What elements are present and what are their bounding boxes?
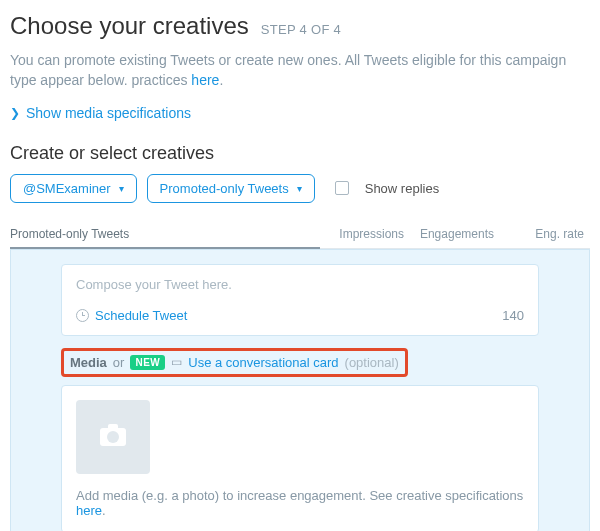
media-spec-label: Show media specifications [26, 105, 191, 121]
intro-text: You can promote existing Tweets or creat… [10, 50, 590, 91]
or-text: or [113, 355, 125, 370]
tweet-type-selector[interactable]: Promoted-only Tweets ▾ [147, 174, 315, 203]
conversational-card-link[interactable]: Use a conversational card [188, 355, 338, 370]
composer-area: Compose your Tweet here. Schedule Tweet … [10, 249, 590, 531]
account-selector[interactable]: @SMExaminer ▾ [10, 174, 137, 203]
filter-row: @SMExaminer ▾ Promoted-only Tweets ▾ Sho… [10, 174, 590, 203]
media-tab[interactable]: Media [70, 355, 107, 370]
media-row-highlight: Media or NEW ▭ Use a conversational card… [61, 348, 408, 377]
schedule-tweet-button[interactable]: Schedule Tweet [76, 308, 187, 323]
tweet-type-label: Promoted-only Tweets [160, 181, 289, 196]
intro-prefix: You can promote existing Tweets or creat… [10, 52, 566, 88]
show-replies-label: Show replies [365, 181, 439, 196]
col-impressions: Impressions [320, 227, 410, 241]
optional-text: (optional) [345, 355, 399, 370]
chevron-down-icon: ▾ [119, 183, 124, 194]
add-media-button[interactable] [76, 400, 150, 474]
show-replies-checkbox[interactable] [335, 181, 349, 195]
column-headers: Promoted-only Tweets Impressions Engagem… [10, 221, 590, 249]
col-engagements: Engagements [410, 227, 500, 241]
account-selector-label: @SMExaminer [23, 181, 111, 196]
page-title: Choose your creatives [10, 12, 249, 40]
camera-icon [100, 428, 126, 446]
step-indicator: STEP 4 OF 4 [261, 22, 341, 37]
tweets-tab[interactable]: Promoted-only Tweets [10, 227, 320, 249]
media-box: Add media (e.g. a photo) to increase eng… [61, 385, 539, 531]
tweet-compose-box[interactable]: Compose your Tweet here. Schedule Tweet … [61, 264, 539, 336]
col-eng-rate: Eng. rate [500, 227, 590, 241]
page-header: Choose your creatives STEP 4 OF 4 [10, 12, 590, 40]
schedule-label: Schedule Tweet [95, 308, 187, 323]
media-help-text: Add media (e.g. a photo) to increase eng… [76, 488, 524, 518]
character-count: 140 [502, 308, 524, 323]
best-practices-link[interactable]: here [191, 72, 219, 88]
new-badge: NEW [130, 355, 165, 370]
section-title: Create or select creatives [10, 143, 590, 164]
compose-placeholder: Compose your Tweet here. [76, 277, 524, 292]
chevron-right-icon: ❯ [10, 106, 20, 120]
creative-spec-link[interactable]: here [76, 503, 102, 518]
media-spec-disclosure[interactable]: ❯ Show media specifications [10, 105, 590, 121]
clock-icon [76, 309, 89, 322]
intro-suffix: . [219, 72, 223, 88]
chevron-down-icon: ▾ [297, 183, 302, 194]
card-icon: ▭ [171, 355, 182, 369]
